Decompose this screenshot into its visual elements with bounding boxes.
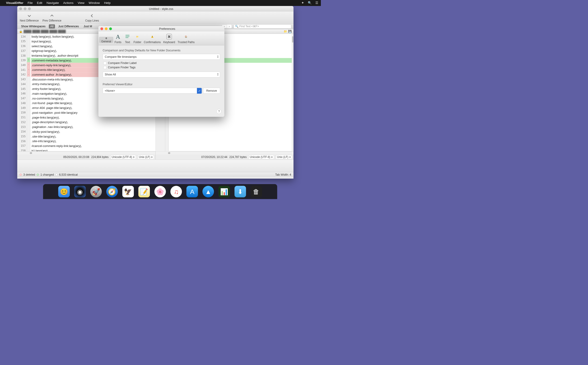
prefs-tab-confirmations[interactable]: ⚠️Confirmations bbox=[143, 32, 162, 44]
search-input[interactable]: 🔍 Find Text <⌘F> bbox=[234, 25, 291, 28]
code-line[interactable]: .pagination .nav-links:lang(ary), bbox=[31, 125, 155, 129]
prefs-close-button[interactable] bbox=[100, 27, 103, 30]
menu-navigate[interactable]: Navigate bbox=[47, 1, 59, 5]
deleted-dot-icon bbox=[20, 174, 22, 176]
app-name[interactable]: VisualDiffer bbox=[6, 1, 23, 5]
right-encoding-select[interactable]: Unicode (UTF-8)▲▼ bbox=[249, 155, 274, 159]
warning-icon: ⚠️ bbox=[149, 33, 156, 40]
folder-icon[interactable]: 📁 bbox=[284, 30, 287, 33]
prefs-zoom-button[interactable] bbox=[109, 27, 112, 30]
menu-actions[interactable]: Actions bbox=[63, 1, 73, 5]
browse-viewer-button[interactable]: ⤢ bbox=[197, 88, 202, 93]
close-button[interactable] bbox=[19, 7, 22, 10]
svg-rect-1 bbox=[126, 36, 129, 37]
dock-notes-icon[interactable]: 📝 bbox=[138, 186, 150, 197]
copy-lines-button[interactable]: Copy Lines bbox=[84, 13, 100, 22]
spotlight-icon[interactable]: 🔍 bbox=[308, 1, 311, 4]
left-status: 05/20/2020, 00:23:08 224,904 bytes Unico… bbox=[17, 154, 155, 160]
changed-dot-icon bbox=[37, 174, 39, 176]
filter-just-differences[interactable]: Just Differences bbox=[57, 24, 80, 28]
dock-activity-icon[interactable]: 📊 bbox=[218, 186, 230, 197]
help-button[interactable]: ? bbox=[217, 109, 222, 114]
dock-music-icon[interactable]: ♫ bbox=[170, 186, 182, 197]
dock-trash-icon[interactable]: 🗑 bbox=[251, 186, 262, 197]
dock-downloads-icon[interactable]: ⬇ bbox=[235, 186, 246, 197]
changed-count: 1 changed bbox=[40, 173, 54, 176]
prefs-tab-text[interactable]: Text bbox=[123, 32, 132, 44]
filter-just-matches[interactable]: Just M bbox=[82, 24, 94, 28]
code-line[interactable]: .site-info:lang(ary), bbox=[31, 139, 155, 144]
left-hscroll[interactable] bbox=[17, 151, 155, 154]
text-icon bbox=[124, 33, 131, 40]
control-center-icon[interactable]: ☰ bbox=[315, 1, 318, 4]
dock-photos-icon[interactable]: 🌸 bbox=[154, 186, 166, 197]
dock-mail-icon[interactable]: 🦅 bbox=[122, 186, 134, 197]
dock-safari-icon[interactable]: 🧭 bbox=[106, 186, 118, 197]
prefs-toolbar: ⚙︎General AFonts Text 📁Folder ⚠️Confirma… bbox=[99, 31, 224, 45]
prefs-minimize-button[interactable] bbox=[105, 27, 108, 30]
left-date: 05/20/2020, 00:23:08 bbox=[63, 155, 89, 159]
save-icon[interactable]: 💾 bbox=[288, 30, 292, 33]
code-line[interactable]: #cancel-comment-reply-link:lang(ary), bbox=[31, 144, 155, 148]
viewer-path-field[interactable]: <None> ⤢ bbox=[103, 88, 202, 93]
folder-icon: 📁 bbox=[134, 33, 141, 40]
left-bytes: 224,904 bytes bbox=[91, 155, 108, 159]
gear-icon: ⚙︎ bbox=[103, 37, 110, 39]
next-difference-button[interactable]: Next Difference bbox=[19, 13, 40, 22]
show-whitespaces-toggle[interactable]: Show Whitespaces bbox=[20, 24, 47, 28]
dock-finder-icon[interactable]: 😊 bbox=[58, 186, 70, 197]
dock-launchpad-icon[interactable]: 🚀 bbox=[90, 186, 102, 197]
svg-rect-0 bbox=[126, 35, 129, 35]
prefs-tab-keyboard[interactable]: ⌘Keyboard bbox=[162, 32, 176, 44]
code-line[interactable]: .sticky-post:lang(ary), bbox=[31, 129, 155, 134]
right-bytes: 224,787 bytes bbox=[229, 155, 246, 159]
arrow-down-icon bbox=[26, 13, 32, 19]
search-icon: 🔍 bbox=[235, 25, 238, 28]
menu-edit[interactable]: Edit bbox=[37, 1, 43, 5]
dock-appstore-icon[interactable]: A bbox=[186, 186, 198, 197]
right-eol-select[interactable]: Unix (LF)▲▼ bbox=[276, 155, 292, 159]
status-icon[interactable]: ✦ bbox=[301, 1, 304, 4]
minimize-button[interactable] bbox=[24, 7, 26, 10]
prefs-tab-fonts[interactable]: AFonts bbox=[113, 32, 122, 44]
show-filter-select[interactable]: Show All ▲▼ bbox=[103, 72, 220, 77]
left-encoding-select[interactable]: Unicode (UTF-8)▲▼ bbox=[111, 155, 136, 159]
menu-view[interactable]: View bbox=[78, 1, 84, 5]
code-line[interactable]: .site-title:lang(ary), bbox=[31, 134, 155, 139]
shield-icon: 🏠 bbox=[183, 33, 190, 40]
font-icon: A bbox=[115, 33, 122, 40]
prev-difference-button[interactable]: Prev Difference bbox=[41, 13, 63, 22]
identical-dot-icon bbox=[55, 174, 57, 176]
prev-diff-label: Prev Difference bbox=[43, 19, 61, 22]
minimap[interactable] bbox=[292, 34, 294, 151]
remove-viewer-button[interactable]: Remove bbox=[203, 88, 220, 93]
prefs-tab-trusted-paths[interactable]: 🏠Trusted Paths bbox=[176, 32, 196, 44]
right-hscroll[interactable] bbox=[155, 151, 294, 154]
keyboard-icon: ⌘ bbox=[166, 33, 173, 40]
svg-rect-2 bbox=[126, 37, 129, 38]
prefs-tab-folder[interactable]: 📁Folder bbox=[132, 32, 143, 44]
filter-all[interactable]: All bbox=[49, 24, 55, 28]
next-diff-label: Next Difference bbox=[20, 19, 39, 22]
arrow-left-icon bbox=[89, 13, 95, 19]
compare-finder-label-checkbox[interactable] bbox=[103, 62, 107, 65]
compare-mode-select[interactable]: Compare file timestamps ▲▼ bbox=[103, 54, 220, 60]
code-line[interactable]: h1:lang(ary), bbox=[31, 148, 155, 151]
menu-help[interactable]: Help bbox=[104, 1, 110, 5]
left-eol-select[interactable]: Unix (LF)▲▼ bbox=[138, 155, 154, 159]
dock-maps-icon[interactable]: ▲ bbox=[202, 186, 214, 197]
menu-file[interactable]: File bbox=[28, 1, 33, 5]
summary-bar: 3 deleted 1 changed 6,533 identical Tab … bbox=[17, 172, 293, 177]
right-date: 07/20/2020, 10:22:44 bbox=[201, 155, 227, 159]
right-status: 07/20/2020, 10:22:44 224,787 bytes Unico… bbox=[155, 154, 294, 160]
dock-siri-icon[interactable]: ◉ bbox=[74, 186, 86, 197]
code-line[interactable]: .page-description:lang(ary), bbox=[31, 120, 155, 125]
prefs-tab-general[interactable]: ⚙︎General bbox=[99, 37, 113, 43]
nav-next-button[interactable]: › bbox=[227, 25, 232, 28]
compare-finder-tags-checkbox[interactable] bbox=[103, 66, 107, 69]
menu-window[interactable]: Window bbox=[89, 1, 100, 5]
comparison-section-label: Comparison and Display Defaults for New … bbox=[103, 49, 220, 52]
viewer-section-label: Preferred Viewer/Editor bbox=[103, 83, 220, 86]
zoom-button[interactable] bbox=[28, 7, 31, 10]
identical-count: 6,533 identical bbox=[59, 173, 78, 176]
